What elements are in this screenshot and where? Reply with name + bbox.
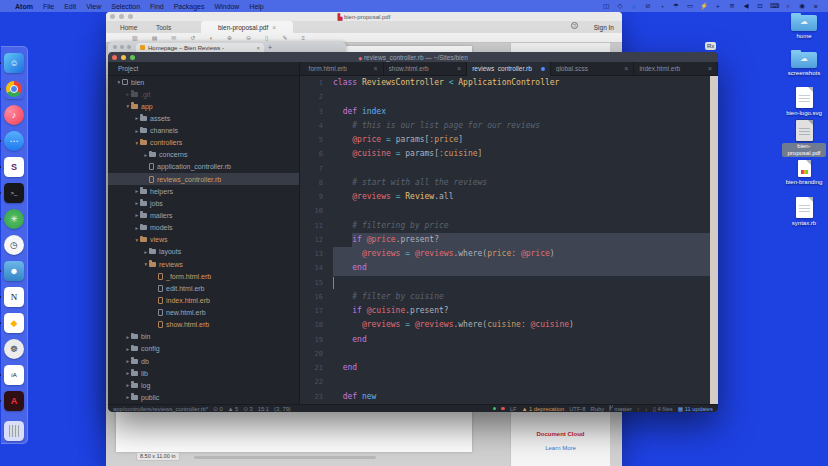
menu-icon[interactable]: ≡: [301, 35, 305, 41]
view-icon[interactable]: ◐: [209, 35, 213, 41]
changed-files[interactable]: ▯ 4 files: [653, 406, 673, 412]
tree-item-edit-html-erb[interactable]: edit.html.erb: [108, 282, 299, 294]
messages-icon[interactable]: ⋯: [4, 131, 24, 151]
trash-icon[interactable]: [4, 421, 24, 441]
tree-item-controllers[interactable]: ▾controllers: [108, 137, 299, 149]
tree-item-new-html-erb[interactable]: new.html.erb: [108, 306, 299, 318]
acrobat-icon[interactable]: A: [4, 391, 24, 411]
slack-icon[interactable]: S: [4, 157, 24, 177]
page-icon[interactable]: ▯: [265, 34, 268, 41]
tree-item--form-html-erb[interactable]: _form.html.erb: [108, 270, 299, 282]
menu-item-window[interactable]: Window: [209, 3, 244, 10]
tree-item--git[interactable]: ▸.git: [108, 88, 299, 100]
wifi-icon[interactable]: ≋: [728, 2, 736, 10]
sign-in-button[interactable]: Sign In: [594, 24, 614, 31]
ia-writer-icon[interactable]: iA: [4, 365, 24, 385]
tree-item-bien[interactable]: ▾bien: [108, 76, 299, 88]
open-icon[interactable]: ▥: [132, 34, 138, 41]
tree-item-concerns[interactable]: ▸concerns: [108, 149, 299, 161]
plus-icon[interactable]: +: [714, 3, 722, 10]
updates-available[interactable]: ▦ 11 updates: [678, 406, 713, 412]
tree-item-assets[interactable]: ▸assets: [108, 112, 299, 124]
tab-home[interactable]: Home: [120, 24, 137, 31]
horizontal-scrollbar[interactable]: [194, 456, 376, 459]
menu-item-atom[interactable]: Atom: [10, 3, 38, 10]
save-icon[interactable]: ▤: [152, 34, 158, 41]
tree-item-layouts[interactable]: ▸layouts: [108, 246, 299, 258]
clock-app-icon[interactable]: ◷: [4, 235, 24, 255]
menu-item-file[interactable]: File: [38, 3, 59, 10]
desktop-icon-home[interactable]: ☁home: [782, 15, 826, 40]
menu-item-help[interactable]: Help: [244, 3, 268, 10]
film-app-icon[interactable]: ☸: [4, 339, 24, 359]
close-tab-icon[interactable]: ×: [272, 24, 276, 31]
volume-icon[interactable]: ◀: [742, 2, 750, 10]
tree-item-mailers[interactable]: ▸mailers: [108, 209, 299, 221]
line-ending[interactable]: LF: [510, 406, 517, 412]
close-tab-icon[interactable]: ×: [256, 45, 260, 51]
spotlight-icon[interactable]: ⌕: [784, 2, 792, 10]
desktop-icon-bien-branding[interactable]: bien-branding: [782, 160, 826, 186]
tree-item-bin[interactable]: ▸bin: [108, 331, 299, 343]
menu-item-selection[interactable]: Selection: [106, 3, 145, 10]
tree-item-reviews[interactable]: ▾reviews: [108, 258, 299, 270]
warnings-count[interactable]: ▲5: [228, 406, 238, 412]
close-tab-icon[interactable]: ×: [708, 65, 712, 72]
tree-item-application-controller-rb[interactable]: application_controller.rb: [108, 161, 299, 173]
edit-icon[interactable]: ✎: [282, 34, 287, 41]
tree-item-helpers[interactable]: ▸helpers: [108, 185, 299, 197]
tree-item-reviews-controller-rb[interactable]: reviews_controller.rb: [108, 173, 299, 185]
notification-center-icon[interactable]: ≡: [812, 3, 820, 10]
menu-item-view[interactable]: View: [81, 3, 106, 10]
tree-item-views[interactable]: ▾views: [108, 234, 299, 246]
infos-count[interactable]: ⊙3: [243, 406, 253, 412]
zoom-out-icon[interactable]: ⊖: [246, 34, 251, 41]
tree-item-public[interactable]: ▸public: [108, 391, 299, 403]
tree-item-config[interactable]: ▸config: [108, 343, 299, 355]
help-icon[interactable]: ?: [571, 22, 578, 29]
terminal-icon[interactable]: >_: [4, 183, 24, 203]
errors-count[interactable]: ⊙0: [213, 406, 223, 412]
document-tab[interactable]: bien-proposal.pdf ×: [201, 21, 293, 33]
itunes-icon[interactable]: ♪: [4, 105, 24, 125]
tree-item-channels[interactable]: ▸channels: [108, 125, 299, 137]
mail-icon[interactable]: ✉: [171, 34, 176, 41]
green-app-icon[interactable]: ✳: [4, 209, 24, 229]
weather-icon[interactable]: ☂: [672, 2, 680, 10]
tab-reviews-controller-rb[interactable]: reviews_controller.rb: [467, 62, 551, 76]
tree-item-lib[interactable]: ▸lib: [108, 367, 299, 379]
tree-item-log[interactable]: ▸log: [108, 379, 299, 391]
tab-global-scss[interactable]: global.scss×: [551, 62, 635, 75]
tab-index-html-erb[interactable]: index.html.erb×: [634, 62, 718, 75]
browser-tab[interactable]: Homepage – Bien Reviews - ×: [136, 43, 264, 52]
git-branch[interactable]: master: [609, 405, 632, 412]
tree-item-index-html-erb[interactable]: index.html.erb: [108, 294, 299, 306]
tab--form-html-erb[interactable]: _form.html.erb×: [300, 62, 384, 75]
battery-icon[interactable]: ▭: [686, 2, 694, 10]
learn-more-link[interactable]: Learn More: [511, 445, 610, 451]
code-editor[interactable]: 1234567891011121314151617181920212223 cl…: [300, 76, 718, 404]
menu-item-packages[interactable]: Packages: [169, 3, 210, 10]
airplay-icon[interactable]: ⊡: [756, 2, 764, 10]
language-mode[interactable]: Ruby: [591, 406, 605, 412]
cursor-position[interactable]: 15:1: [258, 406, 269, 412]
menu-item-find[interactable]: Find: [145, 3, 169, 10]
tab-show-html-erb[interactable]: show.html.erb×: [384, 62, 468, 75]
desktop-icon-syntax-rb[interactable]: syntax.rb: [782, 197, 826, 227]
tree-item-app[interactable]: ▾app: [108, 100, 299, 112]
deprecation-warning[interactable]: ▲ 1 deprecation: [522, 406, 565, 412]
close-tab-icon[interactable]: ×: [457, 65, 461, 72]
tab-tools[interactable]: Tools: [156, 24, 171, 31]
time-machine-icon[interactable]: ⊘: [644, 2, 652, 10]
new-tab-button[interactable]: +: [268, 44, 272, 51]
desktop-icon-bien-logo-svg[interactable]: bien-logo.svg: [782, 87, 826, 117]
display-icon[interactable]: ◫: [602, 2, 610, 10]
editor-scrollbar[interactable]: [710, 76, 718, 404]
notion-icon[interactable]: N: [4, 287, 24, 307]
finder-icon[interactable]: ☺: [4, 53, 24, 73]
desktop-icon-screenshots[interactable]: ☁screenshots: [782, 52, 826, 77]
chrome-icon[interactable]: [4, 79, 24, 99]
menu-item-edit[interactable]: Edit: [59, 3, 81, 10]
undo-icon[interactable]: ↺: [190, 34, 195, 41]
project-panel-header[interactable]: Project: [108, 62, 300, 76]
